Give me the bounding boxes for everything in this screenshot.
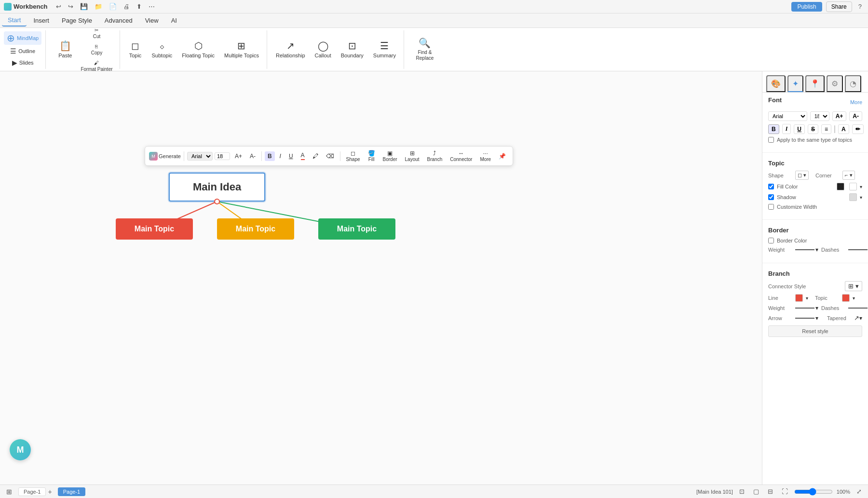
current-page-tab[interactable]: Page-1: [58, 487, 85, 496]
italic-button[interactable]: I: [277, 151, 284, 161]
font-highlight-button[interactable]: ✏: [852, 124, 864, 134]
add-page-button[interactable]: +: [48, 488, 52, 496]
topic-arrow[interactable]: ▾: [853, 296, 855, 301]
weight-selector[interactable]: ▾: [795, 246, 818, 253]
bold-button[interactable]: B: [265, 151, 275, 161]
publish-button[interactable]: Publish: [791, 2, 822, 12]
mini-logo[interactable]: M: [10, 439, 31, 460]
border-button[interactable]: ▣ Border: [380, 148, 400, 163]
font-smaller-button[interactable]: A-: [849, 111, 862, 121]
fullscreen-button[interactable]: ⛶: [779, 487, 790, 496]
page-tab-1[interactable]: Page-1: [18, 487, 46, 496]
fit-view-button[interactable]: ⊡: [737, 487, 747, 496]
help-button[interactable]: ?: [856, 2, 864, 11]
shadow-arrow[interactable]: ▾: [860, 195, 862, 200]
rp-tab-style[interactable]: 🎨: [766, 75, 786, 92]
menu-start[interactable]: Start: [2, 14, 27, 27]
menu-page-style[interactable]: Page Style: [56, 15, 98, 26]
branch-button[interactable]: ⤴ Branch: [424, 148, 446, 163]
font-color-button[interactable]: A: [838, 124, 849, 134]
branch-dashes-selector[interactable]: ▾: [848, 305, 868, 311]
zoom-slider[interactable]: [794, 488, 833, 496]
reset-style-button[interactable]: Reset style: [768, 325, 862, 337]
font-color-swatch[interactable]: [834, 125, 835, 133]
border-color-checkbox[interactable]: [768, 238, 774, 243]
erase-button[interactable]: ⌫: [323, 151, 337, 161]
shape-selector[interactable]: ◻ ▾: [795, 171, 809, 180]
rp-tab-more[interactable]: ◔: [845, 75, 861, 92]
more-button[interactable]: ··· More: [477, 148, 494, 163]
menu-advanced[interactable]: Advanced: [99, 15, 138, 26]
zoom-expand-button[interactable]: ⤢: [854, 487, 864, 496]
main-idea-node[interactable]: Main Idea: [169, 173, 265, 202]
font-size-select[interactable]: 18: [810, 111, 829, 121]
arrow-selector[interactable]: ▾: [795, 315, 824, 322]
new-button[interactable]: 📄: [107, 2, 119, 11]
align-button[interactable]: ≡: [821, 124, 831, 134]
underline-button[interactable]: U: [286, 151, 296, 161]
pin-button[interactable]: 📌: [496, 151, 509, 161]
format-painter-button[interactable]: 🖌 Format Painter: [78, 59, 115, 73]
single-view-button[interactable]: ▢: [751, 487, 761, 496]
font-more-link[interactable]: More: [850, 99, 862, 105]
fill-color-checkbox[interactable]: [768, 184, 774, 189]
font-family-select[interactable]: Arial: [768, 111, 807, 121]
apply-same-type-checkbox[interactable]: [768, 137, 774, 143]
fill-color-swatch2[interactable]: [849, 183, 857, 190]
rp-tab-format[interactable]: ✦: [787, 75, 803, 92]
boundary-button[interactable]: ⊡ Boundary: [337, 33, 367, 67]
connector-style-selector[interactable]: ⊞ ▾: [845, 281, 862, 291]
tapered-selector[interactable]: ↗ ▾: [854, 314, 862, 322]
floating-topic-button[interactable]: ⬡ Floating Topic: [178, 33, 218, 67]
fill-color-swatch[interactable]: [837, 183, 844, 190]
shape-button[interactable]: ◻ Shape: [343, 148, 363, 163]
line-arrow[interactable]: ▾: [806, 296, 808, 301]
mindmap-view-button[interactable]: ⊕ MindMap: [4, 31, 41, 45]
topic-node-1[interactable]: Main Topic: [116, 218, 193, 240]
font-increase-button[interactable]: A+: [232, 151, 245, 161]
font-select[interactable]: Arial: [187, 152, 213, 161]
font-size-input[interactable]: [215, 152, 230, 160]
topic-color-swatch[interactable]: [842, 294, 850, 302]
underline-button[interactable]: U: [794, 124, 805, 134]
fill-button[interactable]: 🪣 Fill: [365, 148, 378, 163]
undo-forward-button[interactable]: ↪: [66, 2, 76, 11]
branch-weight-selector[interactable]: ▾: [795, 305, 818, 311]
strikethrough-button[interactable]: S: [808, 124, 818, 134]
more-button[interactable]: ⋯: [146, 2, 157, 11]
layout-button[interactable]: ⊞ Layout: [402, 148, 422, 163]
font-decrease-button[interactable]: A-: [247, 151, 258, 161]
fill-color-arrow[interactable]: ▾: [860, 184, 862, 189]
share-button[interactable]: Share: [826, 1, 852, 12]
callout-button[interactable]: ◯ Callout: [311, 33, 335, 67]
cut-button[interactable]: ✂ Cut: [78, 26, 115, 40]
save-button[interactable]: 💾: [78, 2, 90, 11]
rp-tab-settings[interactable]: ⚙: [827, 75, 843, 92]
find-replace-button[interactable]: 🔍 Find & Replace: [409, 33, 441, 67]
font-larger-button[interactable]: A+: [832, 111, 847, 121]
print-button[interactable]: 🖨: [121, 2, 132, 11]
panels-toggle-button[interactable]: ⊞: [4, 487, 14, 497]
paste-button[interactable]: 📋 Paste: [54, 33, 76, 67]
dashes-selector[interactable]: ▾: [848, 246, 868, 253]
summary-button[interactable]: ☰ Summary: [369, 33, 400, 67]
menu-ai[interactable]: AI: [165, 15, 183, 26]
corner-selector[interactable]: ⌐ ▾: [842, 171, 854, 180]
italic-button[interactable]: I: [782, 124, 791, 134]
open-button[interactable]: 📁: [92, 2, 105, 11]
undo-button[interactable]: ↩: [54, 2, 64, 11]
subtopic-button[interactable]: ⬦ Subtopic: [148, 33, 176, 67]
topic-button[interactable]: ◻ Topic: [125, 33, 146, 67]
bold-button[interactable]: B: [768, 124, 779, 134]
multiple-topics-button[interactable]: ⊞ Multiple Topics: [220, 33, 263, 67]
highlight-button[interactable]: 🖍: [310, 151, 321, 161]
outline-view-button[interactable]: ☰ Outline: [4, 46, 41, 56]
slides-view-button[interactable]: ▶ Slides: [4, 57, 41, 68]
copy-button[interactable]: ⎘ Copy: [78, 42, 115, 57]
topic-node-2[interactable]: Main Topic: [217, 218, 294, 240]
topic-node-3[interactable]: Main Topic: [318, 218, 395, 240]
customize-width-checkbox[interactable]: [768, 204, 774, 210]
line-color-swatch[interactable]: [795, 294, 803, 302]
text-color-button[interactable]: A: [298, 150, 308, 162]
connector-button[interactable]: ↔ Connector: [447, 148, 475, 163]
